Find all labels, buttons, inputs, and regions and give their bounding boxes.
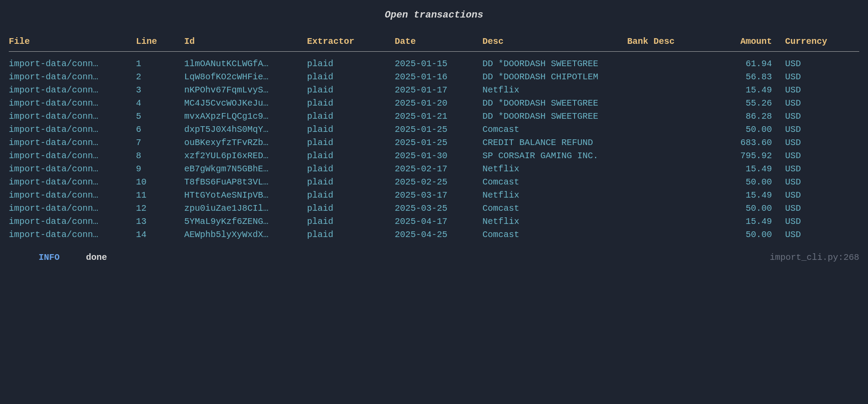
cell-extractor: plaid	[307, 176, 395, 188]
table-row: import-data/conn…4MC4J5CvcWOJKeJu…plaid2…	[9, 97, 859, 110]
cell-currency: USD	[772, 176, 829, 188]
footer: INFO done import_cli.py:268	[9, 252, 859, 264]
cell-amount: 50.00	[706, 202, 772, 215]
cell-extractor: plaid	[307, 97, 395, 110]
cell-id: zpu0iuZae1J8CIl…	[184, 202, 307, 215]
cell-date: 2025-01-21	[395, 110, 482, 123]
col-line: Line	[136, 35, 184, 48]
cell-file: import-data/conn…	[9, 229, 136, 241]
cell-id: xzf2YUL6pI6xRED…	[184, 150, 307, 162]
cell-id: AEWphb5lyXyWxdX…	[184, 229, 307, 241]
cell-line: 4	[136, 97, 184, 110]
table-row: import-data/conn…10T8fBS6FuAP8t3VL…plaid…	[9, 176, 859, 188]
cell-desc: Comcast	[482, 124, 627, 136]
cell-id: ouBKexyfzTFvRZb…	[184, 137, 307, 149]
cell-date: 2025-01-16	[395, 71, 482, 83]
cell-date: 2025-01-15	[395, 58, 482, 70]
col-bank-desc: Bank Desc	[627, 35, 706, 48]
cell-extractor: plaid	[307, 71, 395, 83]
cell-line: 1	[136, 58, 184, 70]
col-currency: Currency	[772, 35, 829, 48]
col-id: Id	[184, 35, 307, 48]
cell-extractor: plaid	[307, 84, 395, 96]
log-source: import_cli.py:268	[770, 252, 859, 264]
cell-desc: DD *DOORDASH SWEETGREE	[482, 58, 627, 70]
table-row: import-data/conn…12zpu0iuZae1J8CIl…plaid…	[9, 202, 859, 215]
cell-date: 2025-01-25	[395, 124, 482, 136]
cell-amount: 55.26	[706, 97, 772, 110]
cell-currency: USD	[772, 189, 829, 202]
cell-line: 14	[136, 229, 184, 241]
log-message-done: done	[86, 252, 107, 264]
cell-extractor: plaid	[307, 150, 395, 162]
cell-desc: Netflix	[482, 163, 627, 175]
cell-id: HTtGYotAeSNIpVB…	[184, 189, 307, 202]
col-amount: Amount	[706, 35, 772, 48]
col-date: Date	[395, 35, 482, 48]
cell-extractor: plaid	[307, 124, 395, 136]
cell-currency: USD	[772, 229, 829, 241]
table-row: import-data/conn…7ouBKexyfzTFvRZb…plaid2…	[9, 137, 859, 149]
table-row: import-data/conn…8xzf2YUL6pI6xRED…plaid2…	[9, 150, 859, 162]
cell-currency: USD	[772, 124, 829, 136]
table-row: import-data/conn…2LqW8ofKO2cWHFie…plaid2…	[9, 71, 859, 83]
cell-desc: SP CORSAIR GAMING INC.	[482, 150, 627, 162]
cell-file: import-data/conn…	[9, 202, 136, 215]
cell-extractor: plaid	[307, 137, 395, 149]
col-extractor: Extractor	[307, 35, 395, 48]
cell-extractor: plaid	[307, 216, 395, 228]
cell-line: 7	[136, 137, 184, 149]
cell-id: eB7gWkgm7N5GBhE…	[184, 163, 307, 175]
table-row: import-data/conn…5mvxAXpzFLQCg1c9…plaid2…	[9, 110, 859, 123]
cell-id: 5YMaL9yKzf6ZENG…	[184, 216, 307, 228]
cell-desc: CREDIT BALANCE REFUND	[482, 137, 627, 149]
cell-currency: USD	[772, 58, 829, 70]
cell-currency: USD	[772, 97, 829, 110]
col-desc: Desc	[482, 35, 627, 48]
cell-id: nKPOhv67FqmLvyS…	[184, 84, 307, 96]
cell-desc: DD *DOORDASH SWEETGREE	[482, 110, 627, 123]
cell-desc: Netflix	[482, 189, 627, 202]
cell-file: import-data/conn…	[9, 110, 136, 123]
cell-amount: 50.00	[706, 229, 772, 241]
cell-currency: USD	[772, 163, 829, 175]
cell-line: 13	[136, 216, 184, 228]
cell-desc: Netflix	[482, 216, 627, 228]
cell-currency: USD	[772, 137, 829, 149]
cell-line: 3	[136, 84, 184, 96]
cell-date: 2025-04-25	[395, 229, 482, 241]
cell-date: 2025-02-25	[395, 176, 482, 188]
cell-currency: USD	[772, 202, 829, 215]
cell-extractor: plaid	[307, 189, 395, 202]
cell-file: import-data/conn…	[9, 84, 136, 96]
cell-file: import-data/conn…	[9, 97, 136, 110]
col-file: File	[9, 35, 136, 48]
cell-id: MC4J5CvcWOJKeJu…	[184, 97, 307, 110]
cell-date: 2025-03-17	[395, 189, 482, 202]
cell-extractor: plaid	[307, 58, 395, 70]
cell-amount: 50.00	[706, 124, 772, 136]
cell-amount: 86.28	[706, 110, 772, 123]
cell-date: 2025-04-17	[395, 216, 482, 228]
cell-line: 11	[136, 189, 184, 202]
cell-line: 5	[136, 110, 184, 123]
cell-file: import-data/conn…	[9, 189, 136, 202]
cell-desc: Comcast	[482, 176, 627, 188]
table-row: import-data/conn…11HTtGYotAeSNIpVB…plaid…	[9, 189, 859, 202]
cell-currency: USD	[772, 84, 829, 96]
cell-date: 2025-02-17	[395, 163, 482, 175]
cell-id: 1lmOANutKCLWGfA…	[184, 58, 307, 70]
transactions-table: File Line Id Extractor Date Desc Bank De…	[9, 35, 859, 241]
cell-amount: 56.83	[706, 71, 772, 83]
cell-id: LqW8ofKO2cWHFie…	[184, 71, 307, 83]
cell-file: import-data/conn…	[9, 150, 136, 162]
cell-file: import-data/conn…	[9, 124, 136, 136]
table-row: import-data/conn…3nKPOhv67FqmLvyS…plaid2…	[9, 84, 859, 96]
cell-date: 2025-03-25	[395, 202, 482, 215]
cell-amount: 795.92	[706, 150, 772, 162]
cell-file: import-data/conn…	[9, 163, 136, 175]
cell-line: 9	[136, 163, 184, 175]
cell-line: 8	[136, 150, 184, 162]
cell-desc: DD *DOORDASH CHIPOTLEM	[482, 71, 627, 83]
table-row: import-data/conn…11lmOANutKCLWGfA…plaid2…	[9, 58, 859, 70]
